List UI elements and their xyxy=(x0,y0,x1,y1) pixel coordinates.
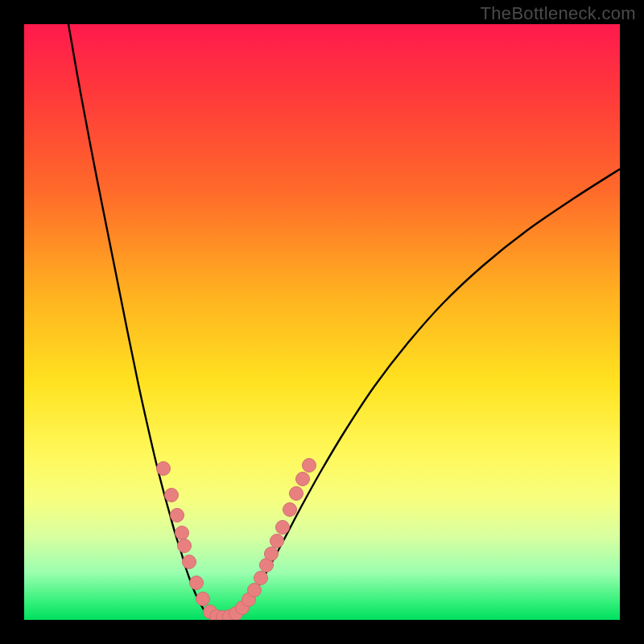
data-marker xyxy=(190,576,204,590)
data-marker xyxy=(265,547,279,561)
data-marker xyxy=(290,487,303,501)
curve-svg xyxy=(24,24,620,620)
data-marker xyxy=(254,572,268,585)
data-marker xyxy=(157,462,171,476)
data-marker xyxy=(296,473,310,486)
data-marker xyxy=(248,584,262,597)
data-marker xyxy=(175,526,189,540)
data-marker xyxy=(171,509,184,522)
watermark-text: TheBottleneck.com xyxy=(481,3,636,24)
chart-frame: TheBottleneck.com xyxy=(0,0,644,644)
data-marker xyxy=(178,539,192,553)
data-marker xyxy=(165,489,179,502)
data-marker xyxy=(283,503,297,517)
marker-group xyxy=(157,459,316,621)
plot-area xyxy=(24,24,620,620)
data-marker xyxy=(276,521,290,535)
data-marker xyxy=(270,535,284,548)
data-marker xyxy=(183,555,196,569)
bottleneck-curve xyxy=(68,24,620,617)
data-marker xyxy=(196,592,210,606)
data-marker xyxy=(303,459,316,473)
